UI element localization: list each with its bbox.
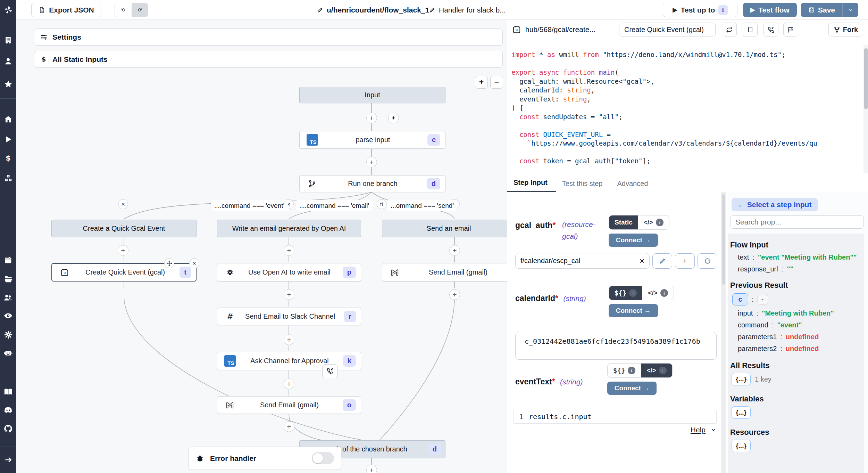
previous-result-rows[interactable]: input:"Meeting with Ruben"command:"event… (730, 309, 862, 353)
zoom-in-button[interactable]: + (475, 76, 488, 89)
redo-button[interactable] (132, 3, 148, 17)
add-step-button[interactable]: + (366, 465, 377, 473)
sidebar-item-github[interactable] (3, 424, 13, 433)
sidebar-item-discord[interactable] (3, 406, 13, 415)
branch-header-gcal[interactable]: Create a Quick Gcal Event (51, 220, 197, 237)
export-json-button[interactable]: Export JSON (31, 3, 101, 17)
input-node[interactable]: Input (299, 87, 445, 103)
static-mode-button[interactable]: Static (609, 215, 638, 229)
all-results-object-chip[interactable]: {...} (732, 373, 751, 385)
prop-row[interactable]: response_url:"" (738, 265, 862, 273)
select-step-input-button[interactable]: ← Select a step input (732, 198, 818, 211)
sleep-button[interactable] (783, 23, 798, 36)
tab-test-this-step[interactable]: Test this step (556, 180, 611, 192)
flow-input-rows[interactable]: text:"event "Meeting with Ruben""respons… (730, 253, 862, 273)
move-step-handle[interactable] (164, 258, 174, 268)
add-step-button[interactable]: + (449, 245, 460, 256)
save-button[interactable]: Save (801, 3, 842, 17)
gcal-auth-connect-button[interactable]: Connect → (609, 234, 658, 247)
sidebar-item-user[interactable] (3, 57, 13, 66)
error-handler-toggle[interactable] (312, 452, 334, 464)
template-mode-button[interactable]: ${}i (608, 364, 641, 377)
add-step-button[interactable]: + (284, 334, 294, 345)
scrollbar-thumb[interactable] (722, 194, 725, 285)
add-step-button[interactable]: + (284, 245, 294, 256)
collapse-rail-button[interactable] (3, 455, 13, 464)
tab-step-input[interactable]: Step Input (507, 179, 556, 192)
trigger-bolt-button[interactable] (388, 113, 399, 123)
step-c-badge[interactable]: c (732, 293, 748, 305)
add-resource-button[interactable]: + (675, 253, 695, 269)
swap-branches-button[interactable] (377, 199, 387, 209)
chevron-down-icon[interactable] (710, 427, 717, 433)
sidebar-item-folders[interactable] (3, 274, 13, 284)
tab-advanced[interactable]: Advanced (611, 180, 656, 192)
windmill-logo[interactable] (0, 0, 16, 20)
sidebar-item-workspace[interactable] (3, 35, 13, 45)
edit-resource-button[interactable] (652, 253, 672, 269)
add-step-button[interactable]: + (366, 157, 377, 168)
prop-row[interactable]: input:"Meeting with Ruben" (738, 309, 862, 317)
parse-input-node[interactable]: TS parse input c (299, 131, 445, 149)
event-text-connect-button[interactable]: Connect → (607, 382, 657, 395)
suspend-button[interactable] (763, 23, 778, 36)
add-step-button[interactable]: + (118, 245, 128, 256)
sidebar-item-variables[interactable]: $ (3, 154, 13, 163)
add-step-button[interactable]: + (449, 289, 460, 300)
scrollbar-thumb[interactable] (864, 48, 868, 109)
save-dropdown-button[interactable] (842, 3, 858, 17)
undo-button[interactable] (115, 3, 132, 17)
sidebar-item-docs[interactable] (3, 387, 13, 397)
calendar-id-input[interactable]: c_0312442e881ae6fcf1dec23f54916a389f1c17… (515, 332, 717, 360)
variables-object-chip[interactable]: {...} (732, 406, 751, 419)
sidebar-item-runs[interactable] (3, 134, 13, 144)
sidebar-item-groups[interactable] (3, 293, 13, 302)
resource-picker-input[interactable]: f/calendar/escp_cal × (515, 253, 650, 269)
help-link[interactable]: Help (691, 426, 706, 434)
calendar-id-connect-button[interactable]: Connect → (609, 304, 658, 317)
gmail-node-branch2[interactable]: Send Email (gmail) o (217, 396, 361, 414)
flow-canvas[interactable]: Settings $ All Static Inputs + − Input +… (16, 20, 507, 473)
form-scrollbar[interactable] (721, 192, 726, 473)
resources-object-chip[interactable]: {...} (732, 440, 751, 452)
sidebar-item-home[interactable] (3, 115, 13, 124)
flow-name[interactable]: Handler for slack b... (429, 0, 506, 20)
add-step-button[interactable]: + (284, 378, 294, 389)
test-up-to-button[interactable]: ▶ Test up to t (663, 3, 737, 17)
test-flow-button[interactable]: ▶ Test flow (743, 3, 797, 17)
collapse-button[interactable]: - (757, 294, 768, 305)
prop-row[interactable]: text:"event "Meeting with Ruben"" (738, 253, 862, 261)
reload-script-button[interactable] (722, 23, 737, 36)
gmail-node-branch3[interactable]: Send Email (gmail) (382, 263, 507, 282)
branch-header-email[interactable]: Write an email generated by Open AI (217, 220, 361, 237)
run-one-branch-node[interactable]: Run one branch d (299, 175, 445, 192)
branch-condition[interactable]: ....command === 'email' (296, 200, 373, 211)
zoom-out-button[interactable]: − (490, 76, 503, 89)
code-mode-button[interactable]: </>i (642, 286, 673, 300)
branch-header-send[interactable]: Send an email (382, 220, 507, 237)
add-step-button[interactable]: + (284, 421, 294, 432)
code-mode-button[interactable]: </>i (638, 215, 669, 229)
branch-condition[interactable]: ....command === 'event' (211, 200, 288, 211)
create-quick-event-node[interactable]: 31 Create Quick Event (gcal) t (51, 263, 197, 282)
template-mode-button[interactable]: ${}i (609, 286, 642, 300)
branch-condition[interactable]: ...ommand === 'send' (387, 200, 457, 211)
step-name-input[interactable] (619, 23, 716, 36)
cache-step-button[interactable] (743, 23, 758, 36)
prop-row[interactable]: parameters1:undefined (738, 333, 862, 341)
prop-search-input[interactable] (730, 215, 864, 229)
sidebar-item-favorites[interactable] (3, 79, 13, 89)
prop-row[interactable]: parameters2:undefined (738, 345, 862, 353)
sidebar-item-audit-logs[interactable] (3, 311, 13, 320)
sidebar-item-schedules[interactable] (3, 255, 13, 265)
add-step-button[interactable]: + (366, 113, 377, 123)
breadcrumb[interactable]: u/henricourdent/flow_slack_1 (317, 0, 429, 20)
code-vertical-scrollbar[interactable] (863, 45, 868, 173)
openai-node[interactable]: Use Open AI to write email p (217, 263, 361, 282)
slack-node[interactable]: # Send Email to Slack Channel r (217, 308, 361, 325)
fork-button[interactable]: Fork (828, 23, 863, 36)
delete-step-button[interactable]: × (189, 258, 199, 268)
code-editor[interactable]: import * as wmill from "https://deno.lan… (507, 41, 868, 173)
clear-resource-icon[interactable]: × (640, 256, 644, 266)
sidebar-item-resources[interactable] (3, 173, 13, 183)
